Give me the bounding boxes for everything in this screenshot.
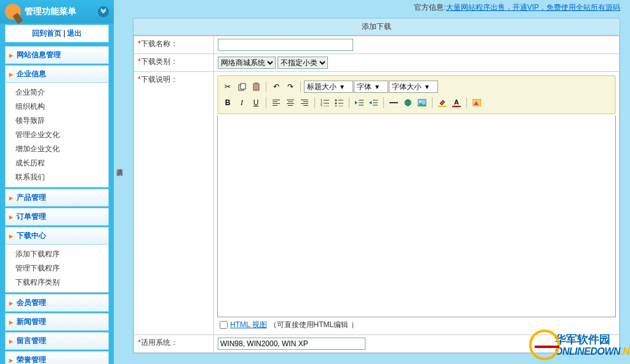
menu-head-6[interactable]: ▸新闻管理	[5, 313, 109, 331]
heading-select[interactable]: 标题大小 ▾	[304, 81, 353, 93]
sidebar-title: 管理功能菜单	[25, 6, 98, 17]
menu-head-7[interactable]: ▸留言管理	[5, 332, 109, 350]
svg-text:A: A	[454, 98, 459, 106]
divider-column: 屏幕切换	[114, 0, 123, 364]
underline-icon[interactable]: U	[249, 96, 263, 109]
rich-editor: ✂ ↶ ↷ 标题大小 ▾ 字体 ▾ 字体大小 ▾	[216, 75, 617, 333]
main-area: 官方信息:大量网站程序出售，开通VIP，免费使用全站所有源码 添加下载 *下载名…	[123, 0, 630, 364]
arrow-icon: ▸	[9, 51, 13, 60]
menu-head-5[interactable]: ▸会员管理	[5, 294, 109, 312]
copy-icon[interactable]	[235, 80, 249, 93]
collapse-icon[interactable]	[98, 6, 109, 17]
watermark-logo: 华军软件园 ONLINEDOWN.NET	[525, 327, 630, 364]
outdent-icon[interactable]	[353, 96, 366, 109]
cut-icon[interactable]: ✂	[221, 80, 234, 93]
unordered-list-icon[interactable]	[332, 96, 346, 109]
menu-head-3[interactable]: ▸订单管理	[5, 208, 109, 226]
arrow-icon: ▸	[9, 232, 13, 240]
svg-text:3: 3	[321, 105, 322, 106]
menu-head-2[interactable]: ▸产品管理	[5, 189, 109, 207]
menu-head-4[interactable]: ▸下载中心	[5, 227, 109, 245]
sidebar-header: 管理功能菜单	[0, 0, 114, 23]
menu-item[interactable]: 添加下载程序	[6, 247, 108, 261]
menu-item[interactable]: 下载程序类别	[6, 275, 108, 290]
svg-rect-1	[241, 84, 245, 89]
menu-item[interactable]: 增加企业文化	[6, 142, 108, 156]
menu-head-0[interactable]: ▸网站信息管理	[5, 46, 109, 64]
redo-icon[interactable]: ↷	[284, 80, 297, 93]
brush-icon	[5, 4, 21, 20]
fontcolor-icon[interactable]: A	[450, 96, 463, 109]
menu-item[interactable]: 联系我们	[6, 170, 108, 184]
menu-item[interactable]: 管理企业文化	[6, 128, 108, 142]
category-main-select[interactable]: 网络商城系统	[218, 57, 276, 69]
image-icon[interactable]	[415, 96, 429, 109]
system-input[interactable]	[218, 338, 365, 350]
align-center-icon[interactable]	[284, 96, 297, 109]
paste-icon[interactable]	[249, 80, 263, 93]
svg-point-26	[420, 101, 421, 103]
align-left-icon[interactable]	[269, 96, 283, 109]
menu-item[interactable]: 成长历程	[6, 156, 108, 170]
watermark-en: ONLINEDOWN.NET	[555, 346, 630, 357]
font-select[interactable]: 字体 ▾	[354, 81, 388, 93]
html-hint: （可直接使用HTML编辑 ）	[269, 320, 358, 330]
menu-label: 企业信息	[17, 69, 46, 79]
menu-label: 网站信息管理	[17, 50, 61, 60]
hr-icon[interactable]	[387, 96, 401, 109]
announcement-prefix: 官方信息:	[414, 3, 445, 12]
menu-item[interactable]: 领导致辞	[6, 114, 108, 128]
menu-label: 产品管理	[17, 192, 46, 203]
menu-item[interactable]: 企业简介	[6, 85, 108, 100]
bgcolor-icon[interactable]	[436, 96, 449, 109]
link-icon[interactable]	[401, 96, 415, 109]
menu-item[interactable]: 管理下载程序	[6, 261, 108, 275]
home-link[interactable]: 回到首页	[32, 29, 62, 38]
svg-rect-29	[452, 106, 461, 107]
menu-label: 荣誉管理	[17, 355, 46, 364]
arrow-icon: ▸	[9, 70, 13, 79]
name-input[interactable]	[218, 39, 353, 51]
system-label: 适用系统：	[141, 338, 178, 347]
top-nav: 回到首页 | 退出	[5, 25, 109, 42]
arrow-icon: ▸	[9, 318, 13, 326]
editor-toolbar: ✂ ↶ ↷ 标题大小 ▾ 字体 ▾ 字体大小 ▾	[217, 75, 616, 114]
bold-icon[interactable]: B	[221, 96, 234, 109]
logout-link[interactable]: 退出	[67, 29, 82, 38]
svg-point-23	[405, 100, 411, 106]
svg-point-14	[335, 106, 337, 107]
align-right-icon[interactable]	[298, 96, 311, 109]
form-panel: 添加下载 *下载名称： *下载类别： 网络商城系统 不指定小类 *下载说明：	[133, 18, 620, 354]
menu-label: 会员管理	[17, 298, 46, 308]
svg-rect-27	[438, 106, 447, 107]
html-view-link[interactable]: HTML 视图	[230, 320, 267, 330]
menu-item[interactable]: 组织机构	[6, 100, 108, 114]
arrow-icon: ▸	[9, 337, 13, 346]
category-sub-select[interactable]: 不指定小类	[277, 57, 328, 69]
undo-icon[interactable]: ↶	[269, 80, 283, 93]
sidebar: 管理功能菜单 回到首页 | 退出 ▸网站信息管理▸企业信息企业简介组织机构领导致…	[0, 0, 114, 364]
html-view-checkbox[interactable]	[220, 321, 228, 329]
arrow-icon: ▸	[9, 356, 13, 365]
size-select[interactable]: 字体大小 ▾	[389, 81, 438, 93]
indent-icon[interactable]	[367, 96, 380, 109]
panel-title: 添加下载	[134, 18, 620, 36]
editor-body[interactable]	[217, 116, 616, 317]
ordered-list-icon[interactable]: 123	[318, 96, 332, 109]
special-icon[interactable]	[470, 96, 484, 109]
menu-head-8[interactable]: ▸荣誉管理	[5, 351, 109, 364]
category-label: 下载类别：	[141, 57, 178, 66]
arrow-icon: ▸	[9, 213, 13, 221]
announcement-link[interactable]: 大量网站程序出售，开通VIP，免费使用全站所有源码	[446, 3, 620, 12]
announcement-bar: 官方信息:大量网站程序出售，开通VIP，免费使用全站所有源码	[123, 0, 630, 15]
menu-label: 新闻管理	[17, 317, 46, 327]
svg-rect-3	[255, 82, 258, 84]
menu-head-1[interactable]: ▸企业信息	[5, 65, 109, 83]
arrow-icon: ▸	[9, 194, 13, 202]
svg-rect-2	[253, 84, 259, 90]
menu-label: 订单管理	[17, 212, 46, 222]
italic-icon[interactable]: I	[235, 96, 249, 109]
svg-point-10	[335, 100, 337, 101]
svg-point-12	[335, 103, 337, 105]
name-label: 下载名称：	[141, 39, 178, 48]
